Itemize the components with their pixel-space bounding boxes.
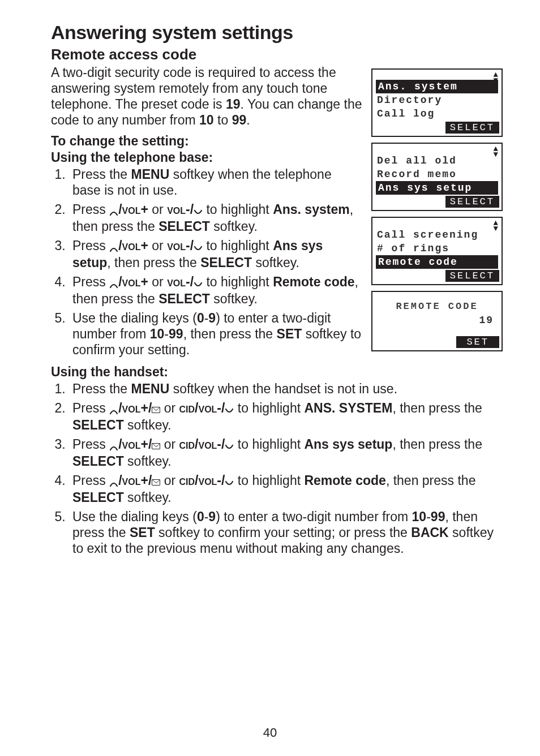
target: Ans sys setup — [304, 437, 392, 452]
target: Ans. system — [273, 202, 350, 217]
vol-minus: VOL-/ — [167, 238, 194, 253]
text: to highlight — [203, 274, 273, 289]
target: ANS. SYSTEM — [304, 401, 392, 415]
text: to highlight — [203, 202, 273, 217]
text: Use the dialing keys ( — [72, 509, 197, 524]
list-item: Press the MENU softkey when the handset … — [69, 381, 504, 397]
text: Use the dialing keys ( — [72, 311, 197, 325]
chevron-down-icon — [194, 239, 203, 255]
select-key: SELECT — [158, 219, 210, 234]
select-key: SELECT — [158, 291, 210, 306]
text: to highlight — [234, 473, 304, 488]
lcd-softkey: SELECT — [445, 270, 499, 282]
vol-minus: VOL-/ — [167, 202, 194, 217]
text: , then press the — [386, 473, 476, 488]
list-item: Press /VOL+/ or CID/VOL-/ to highlight A… — [69, 400, 504, 433]
lcd-row: Del all old — [375, 154, 499, 167]
base-steps: Press the MENU softkey when the telephon… — [51, 166, 362, 358]
set-key: SET — [277, 327, 302, 341]
select-key: SELECT — [72, 490, 124, 505]
lcd-title: REMOTE CODE — [375, 300, 499, 313]
vol-plus: /VOL+/ — [118, 437, 152, 452]
text: Press the — [72, 381, 131, 396]
message-icon — [152, 479, 160, 486]
text: Press — [72, 274, 109, 289]
target: Remote code — [304, 473, 385, 488]
lcd-softkey: SELECT — [445, 122, 499, 134]
text: softkey to confirm your setting; or pres… — [155, 525, 412, 540]
list-item: Press /VOL+ or VOL-/ to highlight Remote… — [69, 274, 362, 307]
text: Press the — [72, 167, 131, 182]
text: to — [214, 113, 232, 127]
text: , then press the — [107, 255, 200, 270]
lcd-softkey: SET — [456, 336, 499, 348]
list-item: Use the dialing keys (0-9) to enter a tw… — [69, 509, 504, 556]
message-icon — [152, 443, 160, 449]
vol-plus: /VOL+/ — [118, 473, 152, 488]
range: 10 — [412, 509, 427, 524]
text: softkey. — [210, 291, 258, 306]
range: 0 — [197, 509, 204, 524]
text: softkey. — [210, 219, 258, 234]
text: ) to enter a two-digit number from — [216, 509, 412, 524]
set-key: SET — [130, 525, 155, 540]
range: 99 — [431, 509, 445, 524]
text: to highlight — [203, 238, 273, 253]
text: - — [164, 327, 169, 341]
chevron-up-icon — [109, 401, 118, 417]
select-key: SELECT — [72, 454, 124, 469]
handset-heading: Using the handset: — [51, 364, 362, 380]
lcd-row: Call log — [375, 107, 499, 121]
lcd-value: 19 — [375, 313, 499, 327]
page-title: Answering system settings — [51, 22, 506, 44]
text: Press — [72, 437, 109, 452]
text: or — [148, 274, 167, 289]
chevron-up-icon — [109, 239, 118, 255]
chevron-down-icon — [194, 275, 203, 291]
text: to highlight — [234, 401, 304, 415]
chevron-down-icon — [225, 437, 234, 453]
chevron-up-icon — [109, 437, 118, 453]
text: , then press the — [183, 327, 277, 341]
range: 0 — [197, 311, 204, 325]
scroll-icon: ▲▼ — [375, 146, 499, 154]
text: or — [160, 437, 179, 452]
text: softkey. — [124, 454, 172, 469]
chevron-up-icon — [109, 275, 118, 291]
lcd-row-highlighted: Ans sys setup — [376, 181, 498, 195]
chevron-up-icon — [109, 203, 118, 218]
text: or — [160, 401, 179, 415]
lcd-row: # of rings — [375, 242, 499, 255]
text: softkey. — [124, 490, 172, 505]
text: . — [246, 113, 250, 127]
scroll-icon: ▲▼ — [375, 220, 499, 228]
lcd-screen-3: ▲▼ Call screening # of rings Remote code… — [371, 217, 503, 285]
vol-plus: /VOL+ — [118, 274, 148, 289]
text: or — [148, 238, 167, 253]
scroll-icon: ▲▼ — [375, 72, 499, 80]
intro-paragraph: A two-digit security code is required to… — [51, 65, 362, 128]
list-item: Press /VOL+ or VOL-/ to highlight Ans. s… — [69, 201, 362, 234]
text: Press — [72, 202, 109, 217]
list-item: Press the MENU softkey when the telephon… — [69, 166, 362, 198]
menu-key: MENU — [131, 167, 170, 182]
list-item: Press /VOL+/ or CID/VOL-/ to highlight R… — [69, 472, 504, 505]
lcd-screen-2: ▲▼ Del all old Record memo Ans sys setup… — [371, 143, 503, 211]
list-item: Press /VOL+/ or CID/VOL-/ to highlight A… — [69, 436, 504, 469]
range-to: 99 — [232, 113, 247, 127]
base-heading: Using the telephone base: — [51, 150, 362, 165]
list-item: Use the dialing keys (0-9) to enter a tw… — [69, 310, 362, 358]
text: - — [426, 509, 431, 524]
range-from: 10 — [199, 113, 214, 127]
chevron-up-icon — [109, 474, 118, 489]
vol-plus: /VOL+/ — [118, 401, 152, 415]
range: 99 — [169, 327, 183, 341]
chevron-down-icon — [225, 474, 234, 489]
chevron-down-icon — [225, 401, 234, 417]
range: 9 — [208, 311, 216, 325]
text: softkey. — [124, 418, 172, 432]
text: to highlight — [234, 437, 304, 452]
lcd-row: Directory — [375, 93, 499, 107]
text: Press — [72, 473, 109, 488]
target: Remote code — [273, 274, 354, 289]
